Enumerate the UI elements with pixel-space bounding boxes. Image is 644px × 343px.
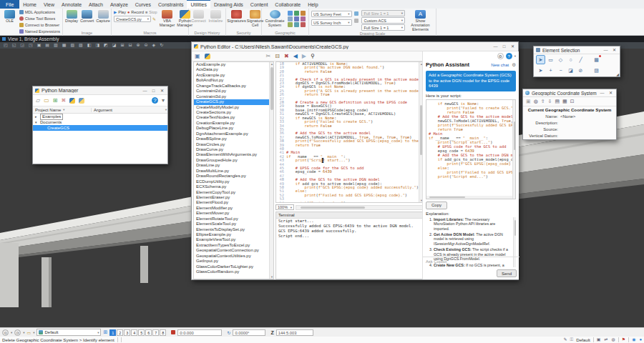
ribbon-tab[interactable]: Utilities	[187, 0, 210, 9]
file-row[interactable]: DebugPlaceLine.py	[194, 126, 269, 131]
close-button[interactable]: ✕	[159, 87, 165, 94]
file-row[interactable]: ExampleViewTool.py	[194, 237, 269, 242]
macro-script-dropdown[interactable]: CreateGCS.py▾	[114, 16, 151, 22]
play-icon[interactable]: ▶	[114, 10, 117, 14]
scale-bottom-dropdown[interactable]: Full Size 1 = 1▾	[361, 24, 405, 31]
file-row[interactable]: ElementCopyTool.py	[194, 190, 269, 195]
copilot-icon[interactable]: ?	[506, 53, 512, 59]
file-row[interactable]: ECDumpUtility.py	[194, 179, 269, 184]
view-tool-icon[interactable]: ◪	[112, 42, 117, 49]
delete-icon[interactable]: ✖	[284, 51, 289, 61]
new-script-icon[interactable]: ▱	[36, 97, 40, 104]
tree-row-creategcs-selected[interactable]: CreateGCS	[33, 125, 167, 131]
signatures-button[interactable]: Signatures	[228, 9, 245, 24]
view-tool-icon[interactable]: ▤	[45, 42, 49, 49]
help-icon[interactable]: ?	[152, 97, 158, 104]
unit-secondary-dropdown[interactable]: US Survey Inch▾	[311, 19, 352, 26]
file-row[interactable]: DrawLine.py	[194, 163, 269, 168]
file-row[interactable]: DgnAttachmentExample.py	[194, 131, 269, 136]
settings-icon[interactable]: ⚙	[497, 53, 504, 59]
code-editor[interactable]: 18 if ACTIVEMODEL is None: 19 print("No …	[275, 61, 423, 203]
view-tool-icon[interactable]: ▥	[54, 42, 58, 49]
file-row[interactable]: CreationExample.py	[194, 121, 269, 126]
ribbon-tab[interactable]: Curves	[132, 0, 155, 9]
selection-mode-button[interactable]: ◇	[556, 55, 565, 64]
file-row[interactable]: CreateTextNodes.py	[194, 115, 269, 120]
view-tool-icon[interactable]: ⊖	[145, 42, 148, 49]
view-tool-icon[interactable]: ◱	[12, 42, 16, 49]
gcs-tool-icon[interactable]: ▣	[526, 99, 531, 104]
status-icon[interactable]: ✎	[564, 337, 567, 343]
scroll-down-icon[interactable]: ▼	[270, 275, 274, 279]
view-tool-icon[interactable]: ↻	[160, 42, 163, 49]
tree-row-documents[interactable]: ▾ Documents	[33, 119, 167, 125]
file-row[interactable]: CreateModifyModel.py	[194, 105, 269, 110]
copy-button[interactable]: Copy	[426, 202, 447, 209]
ribbon-tab[interactable]: Drawing Aids	[210, 0, 247, 9]
assistant-code-vscroll[interactable]	[512, 100, 515, 199]
file-row[interactable]: DrawBSpline.py	[194, 136, 269, 141]
view-group-dropdown[interactable]: Default ▾	[36, 329, 101, 336]
add-folder-icon[interactable]: ⊞	[53, 97, 58, 104]
geo-tool-icon[interactable]	[294, 22, 299, 27]
new-chat-link[interactable]: New chat	[491, 63, 509, 67]
ribbon-tab[interactable]: Annotate	[58, 0, 85, 9]
view-toggle-button[interactable]: 6	[145, 329, 152, 336]
open-folder-icon[interactable]: ▭	[44, 97, 49, 104]
convert-button[interactable]: Convert	[80, 9, 94, 24]
view-toggle-button[interactable]: 1	[109, 329, 116, 336]
history-forward-button[interactable]: ⟳	[14, 329, 21, 336]
selection-method-button[interactable]: ➤	[536, 66, 545, 75]
edit-macro-icon[interactable]: ✎	[152, 16, 156, 21]
run-python-icon[interactable]	[69, 98, 75, 104]
assistant-input-area[interactable]: Ask Copilot Send	[423, 257, 519, 279]
geo-tool-icon[interactable]	[294, 16, 299, 21]
file-row[interactable]: GetInput.py	[194, 259, 269, 264]
zoom-level-dropdown[interactable]: 100%▾	[275, 204, 294, 210]
run-script-icon[interactable]	[205, 54, 210, 59]
file-row[interactable]: EllipseExample.py	[194, 232, 269, 237]
view-toggle-button[interactable]: 8	[160, 329, 166, 336]
chevron-down-icon[interactable]: ▾	[162, 97, 165, 104]
gcs-tool-icon[interactable]: ◍	[534, 99, 538, 104]
view-tool-icon[interactable]: ▦	[62, 42, 67, 49]
file-row[interactable]: ChangeTrackCallbacks.py	[194, 84, 269, 89]
file-row[interactable]: BoltAndNut.py	[194, 78, 269, 83]
mdl-applications-button[interactable]: MDL Applications	[19, 9, 60, 15]
open-view-icon[interactable]: ⊞	[103, 329, 107, 335]
expander-icon[interactable]: ▸	[35, 114, 39, 119]
file-row[interactable]: Constraint3d.py	[194, 94, 269, 99]
copy-icon[interactable]: ⊟	[275, 51, 280, 61]
view-toggle-button[interactable]: 3	[124, 329, 130, 336]
chevron-down-icon[interactable]: ▾	[23, 331, 24, 334]
view-tool-icon[interactable]: ◩	[104, 42, 108, 49]
chevron-down-icon[interactable]: ▾	[33, 331, 34, 334]
assistant-input[interactable]: Ask Copilot	[423, 257, 519, 266]
status-icon[interactable]: ●	[639, 337, 642, 343]
named-expressions-button[interactable]: Named Expressions	[19, 29, 60, 34]
acs-dropdown[interactable]: Custom ACS▾	[361, 17, 405, 24]
view-tool-icon[interactable]: ▧	[70, 42, 74, 49]
file-row[interactable]: CreateGCS.py	[194, 99, 269, 104]
file-row[interactable]: ElementsToDisplaySet.py	[194, 227, 269, 232]
status-icon[interactable]: ⚑	[622, 337, 625, 343]
gcs-tool-icon[interactable]: ⇧	[541, 99, 545, 104]
gcs-tool-icon[interactable]: ⊡	[570, 99, 575, 104]
record-icon[interactable]: ●	[127, 10, 130, 14]
scroll-up-icon[interactable]: ▲	[270, 62, 274, 66]
undo-icon[interactable]: ◀	[293, 51, 298, 61]
scale-lock-icon[interactable]	[354, 11, 358, 16]
view-tool-icon[interactable]: ◨	[95, 42, 99, 49]
status-icon[interactable]: ⚿	[570, 337, 574, 343]
ribbon-tab[interactable]: File	[0, 0, 19, 9]
geo-tool-icon[interactable]	[288, 22, 293, 27]
file-list-scrollbar[interactable]: ▲ ▼	[269, 62, 273, 279]
geo-tool-icon[interactable]	[288, 16, 293, 21]
file-row[interactable]: ElementModifier.py	[194, 206, 269, 211]
minimize-button[interactable]: —	[602, 46, 609, 54]
selection-mode-button[interactable]: ➤	[536, 55, 545, 64]
find-icon[interactable]: ⚲	[311, 51, 315, 61]
file-row[interactable]: AcsData.py	[194, 67, 269, 72]
file-row[interactable]: Constraint2d.py	[194, 89, 269, 94]
file-row[interactable]: GlassColorDarkerToLighter.py	[194, 264, 269, 269]
